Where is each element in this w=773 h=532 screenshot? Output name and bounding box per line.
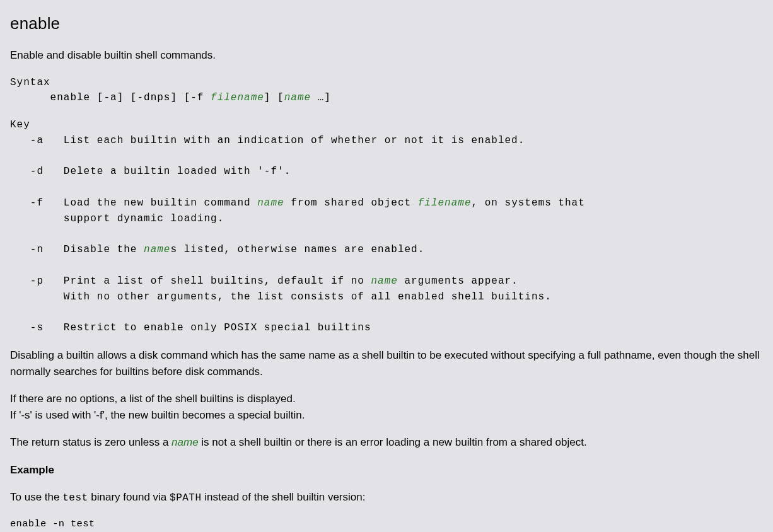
key-option-a: -a List each builtin with an indication … — [10, 135, 525, 146]
key-label: Key — [10, 119, 30, 130]
paragraph-options-line1: If there are no options, a list of the s… — [10, 393, 296, 405]
key-option-d: -d Delete a builtin loaded with '-f'. — [10, 166, 291, 177]
syntax-label: Syntax — [10, 77, 50, 88]
example-description: To use the test binary found via $PATH i… — [10, 489, 763, 506]
example-desc-post: instead of the shell builtin version: — [202, 491, 366, 503]
syntax-filename-param: filename — [211, 92, 264, 103]
key-option-n-post: s listed, otherwise names are enabled. — [170, 244, 424, 255]
key-option-f-line2: support dynamic loading. — [10, 213, 224, 224]
key-option-f-name: name — [257, 197, 284, 209]
document-body: enable Enable and disable builtin shell … — [0, 0, 773, 532]
intro-paragraph: Enable and disable builtin shell command… — [10, 47, 763, 64]
syntax-line-suffix: …] — [311, 92, 331, 103]
key-block: Key -a List each builtin with an indicat… — [10, 117, 763, 336]
syntax-line-between: ] [ — [264, 92, 284, 103]
paragraph-options-line2: If '-s' is used with '-f', the new built… — [10, 409, 305, 421]
key-option-n-pre: -n Disable the — [10, 244, 144, 255]
return-status-post: is not a shell builtin or there is an er… — [199, 436, 587, 448]
example-heading: Example — [10, 462, 763, 478]
return-status-name: name — [171, 436, 199, 448]
example-desc-pre: To use the — [10, 491, 62, 503]
syntax-line-prefix: enable [-a] [-dnps] [-f — [10, 92, 211, 103]
example-command: enable -n test — [10, 517, 763, 531]
key-option-s: -s Restrict to enable only POSIX special… — [10, 322, 371, 333]
paragraph-disabling: Disabling a builtin allows a disk comman… — [10, 347, 763, 379]
key-option-p-line1-post: arguments appear. — [398, 275, 518, 287]
paragraph-return-status: The return status is zero unless a name … — [10, 434, 763, 451]
example-code-path: $PATH — [170, 492, 202, 504]
example-code-test: test — [62, 492, 88, 504]
key-option-f-line1-post: , on systems that — [472, 197, 585, 209]
key-option-n-name: name — [144, 244, 170, 255]
key-option-p-line1-pre: -p Print a list of shell builtins, defau… — [10, 275, 371, 287]
syntax-name-param: name — [284, 92, 311, 103]
key-option-p-line2: With no other arguments, the list consis… — [10, 291, 552, 303]
key-option-f-line1-mid: from shared object — [284, 197, 418, 209]
key-option-f-line1-pre: -f Load the new builtin command — [10, 197, 257, 209]
syntax-block: Syntax enable [-a] [-dnps] [-f filename]… — [10, 75, 763, 107]
key-option-p-name: name — [371, 275, 397, 287]
key-option-f-filename: filename — [418, 197, 472, 209]
return-status-pre: The return status is zero unless a — [10, 436, 171, 448]
page-title: enable — [10, 11, 763, 36]
paragraph-options: If there are no options, a list of the s… — [10, 391, 763, 423]
example-desc-mid: binary found via — [88, 491, 170, 503]
